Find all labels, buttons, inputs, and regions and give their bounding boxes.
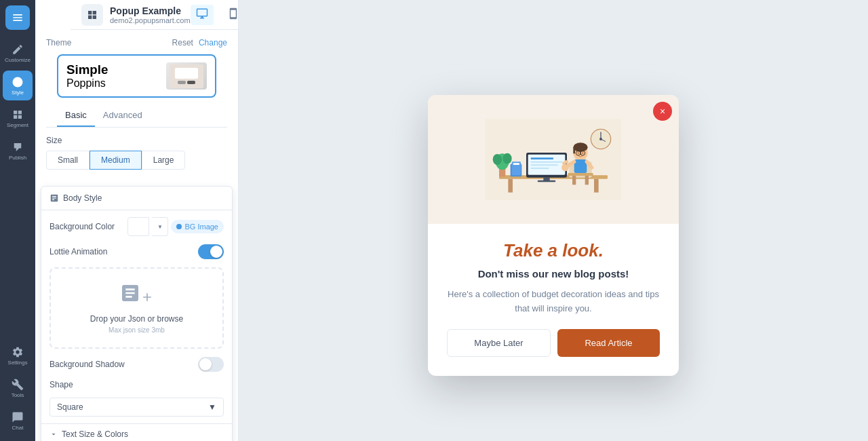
bg-color-label: Background Color [50, 222, 115, 231]
drop-text: Drop your Json or browse [64, 314, 209, 324]
tab-basic[interactable]: Basic [57, 104, 95, 127]
popup-buttons: Maybe Later Read Article [447, 329, 660, 357]
sidebar-item-customize[interactable]: Customize [3, 38, 33, 68]
shape-dropdown[interactable]: Square ▼ [50, 398, 224, 417]
popup-close-btn[interactable]: × [653, 102, 672, 121]
svg-rect-36 [574, 159, 587, 173]
svg-rect-2 [93, 11, 96, 14]
svg-rect-23 [531, 168, 549, 169]
bg-color-control: ▼ BG Image [127, 217, 224, 236]
body-style-content: Background Color ▼ BG Image Lottie Anima… [41, 210, 232, 423]
popup-image [428, 95, 679, 224]
tab-advanced[interactable]: Advanced [95, 104, 151, 127]
color-swatch[interactable] [127, 217, 149, 236]
drop-hint: Max json size 3mb [64, 326, 209, 334]
drop-zone[interactable]: Drop your Json or browse Max json size 3… [50, 267, 224, 349]
top-bar-left: Popup Example demo2.popupsmart.com [81, 4, 191, 26]
svg-rect-8 [187, 81, 195, 84]
svg-point-0 [13, 77, 23, 87]
svg-rect-26 [572, 176, 576, 185]
upload-icon [64, 282, 209, 309]
style-tabs: Basic Advanced [46, 104, 227, 128]
sidebar-item-publish[interactable]: Publish [3, 136, 33, 166]
theme-card[interactable]: Simple Poppins [57, 54, 216, 98]
app-title: Popup Example [110, 5, 191, 16]
close-icon: × [660, 106, 665, 117]
sidebar-item-tools-label: Tools [12, 392, 24, 398]
text-size-label: Text Size & Colors [62, 429, 128, 439]
lottie-toggle[interactable] [198, 244, 224, 259]
svg-rect-21 [531, 161, 563, 162]
bg-image-dot [176, 224, 182, 229]
bg-shadow-label: Background Shadow [50, 360, 125, 369]
bg-image-btn[interactable]: BG Image [171, 220, 224, 233]
svg-rect-19 [538, 180, 556, 182]
sidebar-item-style-label: Style [12, 90, 24, 96]
svg-rect-11 [508, 178, 513, 192]
sidebar-bottom: Settings Tools Chat [3, 341, 33, 436]
svg-point-47 [561, 164, 569, 171]
bg-shadow-row: Background Shadow [50, 357, 224, 372]
top-bar: Popup Example demo2.popupsmart.com ··· S… [71, 0, 238, 30]
size-small-btn[interactable]: Small [46, 151, 90, 170]
theme-label: Theme [46, 38, 71, 47]
device-mobile-btn[interactable] [222, 5, 239, 25]
app-logo [5, 5, 30, 30]
sidebar-nav: Customize Style Segment Publish Settings… [0, 0, 35, 441]
popup-desc: Here's a collection of budget decoration… [447, 288, 660, 316]
bg-shadow-toggle[interactable] [198, 357, 224, 372]
svg-point-31 [577, 152, 579, 154]
app-subtitle: demo2.popupsmart.com [110, 16, 191, 24]
reset-link[interactable]: Reset [172, 38, 193, 47]
maybe-later-button[interactable]: Maybe Later [447, 329, 551, 357]
svg-point-32 [582, 152, 584, 154]
size-medium-btn[interactable]: Medium [90, 151, 142, 170]
color-dropdown-btn[interactable]: ▼ [152, 217, 168, 236]
top-bar-center: ··· [191, 5, 239, 25]
sidebar-item-settings[interactable]: Settings [3, 341, 33, 370]
svg-rect-27 [585, 176, 589, 185]
svg-rect-1 [88, 11, 92, 14]
svg-rect-3 [88, 15, 92, 18]
popup-modal: × [428, 95, 679, 377]
sidebar-item-chat-label: Chat [12, 425, 24, 431]
shape-row: Shape [50, 380, 224, 389]
app-info: Popup Example demo2.popupsmart.com [110, 5, 191, 24]
sidebar-item-segment-label: Segment [7, 122, 28, 128]
shape-value: Square [57, 402, 83, 412]
theme-name: Simple [66, 62, 108, 77]
svg-rect-6 [175, 68, 198, 79]
text-size-section[interactable]: Text Size & Colors [41, 423, 232, 441]
lottie-row: Lottie Animation [50, 244, 224, 259]
size-buttons: Small Medium Large [46, 151, 227, 170]
svg-rect-15 [513, 163, 519, 165]
svg-rect-20 [531, 157, 553, 159]
svg-point-29 [573, 142, 587, 151]
svg-rect-30 [573, 147, 575, 153]
shape-label: Shape [50, 380, 73, 389]
device-desktop-btn[interactable] [191, 5, 214, 25]
sidebar-item-tools[interactable]: Tools [3, 373, 33, 403]
read-article-button[interactable]: Read Article [557, 329, 660, 357]
bg-color-row: Background Color ▼ BG Image [50, 217, 224, 236]
lottie-label: Lottie Animation [50, 247, 107, 256]
sidebar-item-segment[interactable]: Segment [3, 103, 33, 133]
shape-chevron-icon: ▼ [208, 402, 216, 412]
sidebar-item-publish-label: Publish [9, 155, 26, 161]
body-style-header: Body Style [41, 187, 232, 210]
svg-point-46 [502, 153, 511, 164]
popup-title: Take a look. [447, 240, 660, 261]
sidebar-item-chat[interactable]: Chat [3, 406, 33, 436]
body-style-panel: Body Style Background Color ▼ BG Image [41, 186, 233, 441]
popup-body: Take a look. Don't miss our new blog pos… [428, 224, 679, 377]
svg-rect-12 [594, 178, 599, 192]
theme-card-text: Simple Poppins [66, 62, 108, 90]
canvas-area: × [239, 0, 868, 441]
app-icon [81, 4, 103, 26]
theme-preview [166, 62, 207, 90]
body-style-title: Body Style [63, 193, 102, 203]
change-link[interactable]: Change [199, 38, 227, 47]
size-large-btn[interactable]: Large [142, 151, 186, 170]
sidebar-item-style[interactable]: Style [3, 71, 33, 100]
svg-rect-4 [93, 15, 96, 18]
